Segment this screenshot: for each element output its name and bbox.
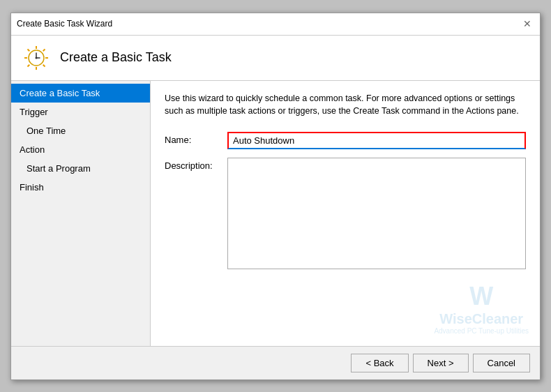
description-input-wrapper xyxy=(227,158,526,271)
title-bar-left: Create Basic Task Wizard xyxy=(17,19,112,29)
watermark-subtitle: Advanced PC Tune-up Utilities xyxy=(434,327,529,335)
header-icon xyxy=(22,44,50,72)
svg-line-5 xyxy=(43,64,45,66)
main-content: Create a Basic Task Trigger One Time Act… xyxy=(11,81,540,346)
svg-line-7 xyxy=(28,64,30,66)
title-bar: Create Basic Task Wizard ✕ xyxy=(11,13,540,36)
close-button[interactable]: ✕ xyxy=(520,17,534,31)
sidebar-item-trigger[interactable]: Trigger xyxy=(11,103,150,121)
window-title: Create Basic Task Wizard xyxy=(17,19,112,29)
name-row: Name: xyxy=(165,132,526,149)
back-button[interactable]: < Back xyxy=(351,354,408,372)
svg-point-11 xyxy=(36,56,38,59)
sidebar-item-start-a-program[interactable]: Start a Program xyxy=(11,159,150,178)
next-button[interactable]: Next > xyxy=(413,354,469,372)
sidebar-item-create-basic-task[interactable]: Create a Basic Task xyxy=(11,84,150,103)
description-row: Description: xyxy=(165,158,526,271)
name-input[interactable] xyxy=(227,132,526,149)
footer: < Back Next > Cancel xyxy=(11,346,540,379)
sidebar-item-finish[interactable]: Finish xyxy=(11,178,150,197)
wizard-description: Use this wizard to quickly schedule a co… xyxy=(165,92,526,119)
sidebar-item-one-time[interactable]: One Time xyxy=(11,121,150,140)
description-input[interactable] xyxy=(227,158,526,269)
watermark-icon: W xyxy=(469,282,493,311)
content-area: Use this wizard to quickly schedule a co… xyxy=(151,81,540,346)
description-label: Description: xyxy=(165,158,227,171)
clock-icon xyxy=(23,45,50,71)
svg-line-4 xyxy=(28,49,30,51)
wizard-window: Create Basic Task Wizard ✕ xyxy=(10,13,541,380)
svg-line-6 xyxy=(43,49,45,51)
header-title: Create a Basic Task xyxy=(60,50,172,65)
sidebar: Create a Basic Task Trigger One Time Act… xyxy=(11,81,151,346)
name-label: Name: xyxy=(165,132,227,145)
header-section: Create a Basic Task xyxy=(11,36,540,81)
watermark: W WiseCleaner Advanced PC Tune-up Utilit… xyxy=(434,282,529,335)
sidebar-item-action[interactable]: Action xyxy=(11,140,150,159)
watermark-title: WiseCleaner xyxy=(439,311,523,327)
name-input-wrapper xyxy=(227,132,526,149)
cancel-button[interactable]: Cancel xyxy=(473,354,530,372)
